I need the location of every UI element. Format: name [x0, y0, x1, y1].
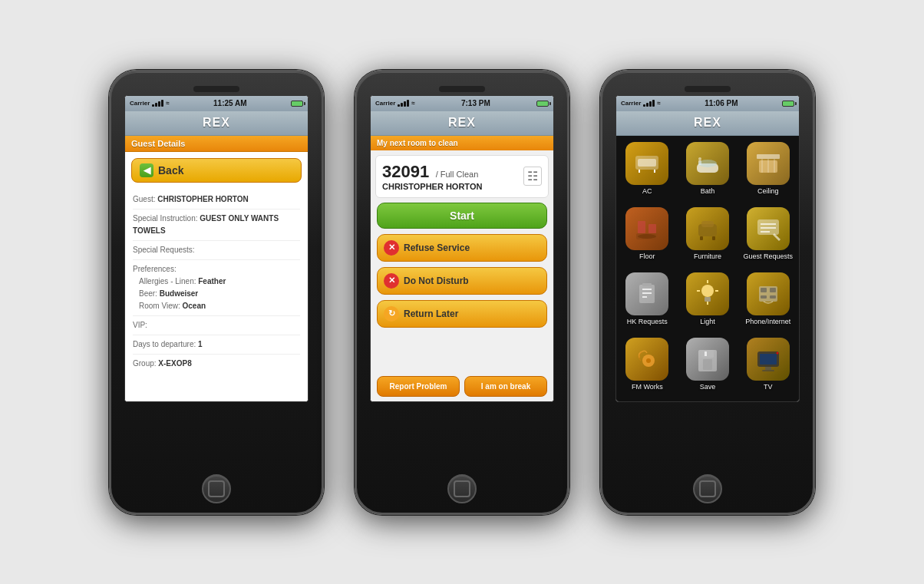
svg-rect-46 — [703, 359, 712, 370]
divider-6 — [133, 354, 300, 355]
room-view-row: Room View: Ocean — [133, 300, 300, 312]
floor-svg — [632, 213, 662, 244]
phone1-content: Guest Details ◀ Back Guest: CHRISTOPHER … — [125, 136, 308, 401]
svg-point-6 — [698, 157, 701, 160]
app-icon-light[interactable]: Light — [681, 272, 734, 330]
screen-2: Carrier ≈ 7:13 PM REX My next room to cl… — [370, 95, 554, 402]
back-button[interactable]: ◀ Back — [131, 158, 302, 183]
group-value: X-EXOP8 — [158, 359, 191, 368]
do-not-disturb-button[interactable]: ✕ Do Not Disturb — [377, 267, 547, 295]
svg-point-31 — [701, 285, 714, 297]
room-info-card: 32091 / Full Clean CHRISTOPHER HORTON ☷ — [375, 155, 549, 198]
fm-works-icon-img — [625, 338, 668, 381]
phone-internet-label: Phone/Internet — [745, 318, 790, 325]
guest-name: CHRISTOPHER HORTON — [157, 195, 249, 203]
signal-icon-2 — [398, 100, 409, 107]
guest-label: Guest: — [133, 195, 155, 203]
divider-5 — [133, 335, 300, 335]
divider-1 — [133, 209, 300, 210]
wifi-icon-2: ≈ — [411, 100, 414, 107]
svg-rect-8 — [757, 154, 780, 159]
svg-rect-14 — [638, 221, 645, 233]
app-icon-floor[interactable]: Floor — [621, 207, 674, 265]
special-instruction-row: Special Instruction: GUEST ONLY WANTS TO… — [133, 213, 300, 237]
report-problem-button[interactable]: Report Problem — [377, 376, 460, 397]
start-button[interactable]: Start — [377, 203, 547, 229]
app-icon-phone-internet[interactable]: Phone/Internet — [741, 272, 794, 330]
grid-icon: ☷ — [523, 167, 542, 186]
days-value: 1 — [198, 340, 203, 348]
group-label: Group: — [133, 359, 157, 368]
app-title-2: REX — [448, 116, 476, 130]
preferences-label: Preferences: — [133, 265, 177, 273]
room-view-label: Room View: — [139, 302, 180, 310]
hk-requests-icon-img — [625, 272, 668, 315]
app-icon-fm-works[interactable]: FM Works — [621, 338, 674, 395]
app-header-1: REX — [125, 111, 308, 136]
guest-name-row: Guest: CHRISTOPHER HORTON — [133, 193, 300, 206]
battery-icon-1 — [291, 101, 303, 107]
battery-icon-3 — [782, 101, 794, 107]
carrier-2: Carrier — [375, 100, 395, 107]
special-instruction-label: Special Instruction: — [133, 214, 198, 223]
app-icon-grid: AC Bath — [616, 136, 799, 401]
app-icon-guest-requests[interactable]: Guest Requests — [741, 207, 794, 265]
furniture-icon-img — [686, 207, 729, 250]
screen-3: Carrier ≈ 11:06 PM REX — [615, 95, 800, 402]
wifi-icon-3: ≈ — [657, 100, 660, 107]
app-icon-tv[interactable]: TV — [741, 338, 794, 395]
phone2-content: My next room to clean 32091 / Full Clean… — [371, 136, 553, 401]
guest-info: Guest: CHRISTOPHER HORTON Special Instru… — [125, 189, 308, 374]
return-icon: ↻ — [384, 306, 399, 322]
tv-svg — [753, 344, 784, 374]
svg-rect-47 — [705, 351, 707, 356]
divider-4 — [133, 315, 300, 316]
carrier-3: Carrier — [621, 100, 641, 107]
home-button-3[interactable] — [693, 474, 722, 503]
svg-rect-26 — [639, 285, 655, 303]
svg-rect-39 — [770, 288, 776, 292]
vip-label: VIP: — [133, 321, 147, 329]
tv-icon-img — [747, 338, 790, 381]
app-icon-furniture[interactable]: Furniture — [681, 207, 734, 265]
app-icon-hk-requests[interactable]: HK Requests — [621, 272, 674, 330]
svg-rect-36 — [705, 297, 711, 302]
svg-rect-38 — [761, 288, 767, 292]
app-icon-ac[interactable]: AC — [621, 142, 674, 200]
phone-internet-icon-img — [747, 272, 790, 315]
refuse-icon: ✕ — [384, 240, 399, 256]
iphone-3: Carrier ≈ 11:06 PM REX — [600, 70, 815, 515]
app-header-3: REX — [616, 111, 799, 136]
room-guest: CHRISTOPHER HORTON — [382, 182, 482, 191]
hk-requests-label: HK Requests — [627, 318, 668, 325]
svg-rect-50 — [765, 367, 771, 370]
allergies-value: Feather — [198, 277, 226, 285]
room-type: / Full Clean — [436, 170, 479, 179]
battery-icon-2 — [536, 101, 549, 107]
on-break-button[interactable]: I am on break — [464, 376, 547, 397]
svg-rect-20 — [712, 236, 715, 240]
return-later-button[interactable]: ↻ Return Later — [377, 300, 547, 328]
app-icon-ceiling[interactable]: Ceiling — [741, 142, 794, 200]
save-label: Save — [700, 383, 716, 391]
beer-value: Budweiser — [160, 289, 199, 298]
days-row: Days to departure: 1 — [133, 338, 300, 351]
phone-svg — [753, 279, 784, 309]
preferences-row: Preferences: — [133, 263, 300, 276]
special-requests-label: Special Requests: — [133, 246, 195, 254]
app-header-2: REX — [371, 111, 553, 136]
iphone-2: Carrier ≈ 7:13 PM REX My next room to cl… — [355, 70, 569, 515]
furniture-svg — [692, 213, 723, 244]
next-room-header: My next room to clean — [371, 136, 553, 150]
app-icon-bath[interactable]: Bath — [681, 142, 734, 200]
guest-svg — [753, 213, 784, 244]
light-svg — [692, 279, 723, 309]
svg-rect-45 — [701, 350, 714, 358]
svg-rect-1 — [638, 159, 656, 167]
wifi-icon-1: ≈ — [166, 100, 169, 107]
home-button-1[interactable] — [202, 474, 231, 503]
home-button-2[interactable] — [447, 474, 477, 503]
refuse-service-button[interactable]: ✕ Refuse Service — [377, 234, 547, 262]
app-icon-save[interactable]: Save — [681, 338, 734, 395]
save-icon-img — [686, 338, 729, 381]
